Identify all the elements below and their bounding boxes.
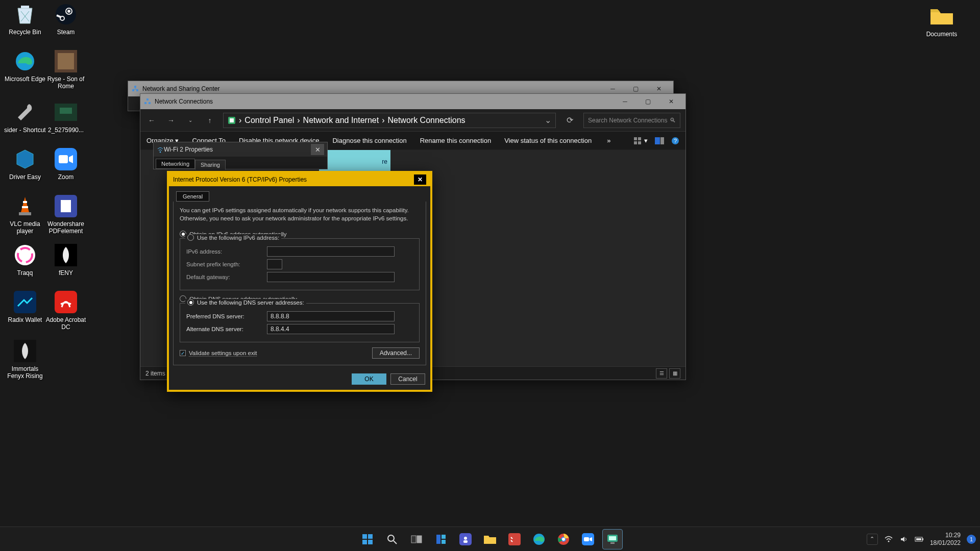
validate-checkbox[interactable]: ✓ Validate settings upon exit bbox=[180, 350, 257, 357]
diagnose-button[interactable]: Diagnose this connection bbox=[332, 137, 406, 144]
desktop-icon-immortals[interactable]: Immortals Fenyx Rising bbox=[2, 339, 48, 380]
help-button[interactable]: ? bbox=[671, 137, 679, 145]
close-button[interactable]: ✕ bbox=[659, 94, 682, 109]
ok-button[interactable]: OK bbox=[352, 373, 386, 385]
preferred-dns-input[interactable] bbox=[267, 311, 395, 321]
svg-rect-14 bbox=[19, 212, 31, 215]
breadcrumb-bar[interactable]: › Control Panel › Network and Internet ›… bbox=[223, 113, 556, 128]
start-button[interactable] bbox=[357, 529, 378, 549]
overflow-button[interactable]: » bbox=[607, 137, 610, 144]
titlebar[interactable]: Internet Protocol Version 6 (TCP/IPv6) P… bbox=[169, 173, 430, 186]
subnet-prefix-input[interactable] bbox=[267, 259, 282, 269]
desktop-icon-radix[interactable]: Radix Wallet bbox=[2, 290, 48, 323]
desktop-icon-ryse[interactable]: Ryse - Son of Rome bbox=[43, 49, 89, 90]
taskbar-app-teams[interactable] bbox=[455, 529, 476, 549]
svg-rect-7 bbox=[58, 53, 74, 69]
taskbar-app-edge[interactable] bbox=[529, 529, 549, 549]
default-gateway-input[interactable] bbox=[267, 272, 395, 282]
svg-rect-40 bbox=[362, 534, 367, 539]
advanced-button[interactable]: Advanced... bbox=[372, 347, 420, 359]
preview-pane-button[interactable] bbox=[655, 137, 664, 144]
taskbar-app-todoist[interactable] bbox=[504, 529, 525, 549]
wifi-tray-icon[interactable] bbox=[884, 535, 893, 544]
ipv6-address-input[interactable] bbox=[267, 246, 395, 257]
desktop-icon-pdfelement[interactable]: Wondershare PDFelement bbox=[43, 194, 89, 235]
minimize-button[interactable]: ─ bbox=[614, 94, 636, 109]
widgets-button[interactable] bbox=[431, 529, 451, 549]
desktop-icon-recycle-bin[interactable]: Recycle Bin bbox=[2, 2, 48, 36]
wrench-icon bbox=[13, 100, 37, 124]
svg-rect-32 bbox=[638, 137, 641, 140]
svg-rect-62 bbox=[609, 536, 616, 540]
radio-use-ip[interactable] bbox=[187, 234, 194, 241]
breadcrumb-item[interactable]: Control Panel bbox=[244, 116, 294, 125]
search-input[interactable]: Search Network Connections 🔍︎ bbox=[583, 113, 680, 128]
up-button[interactable]: ↑ bbox=[204, 114, 216, 127]
tab-bar: Networking Sharing bbox=[154, 157, 327, 169]
tab-general[interactable]: General bbox=[176, 191, 209, 202]
breadcrumb-item[interactable]: Network and Internet bbox=[303, 116, 379, 125]
svg-rect-16 bbox=[61, 200, 71, 212]
radio-label: Use the following IPv6 address: bbox=[197, 235, 279, 241]
tab-sharing[interactable]: Sharing bbox=[195, 160, 226, 170]
clock[interactable]: 10:29 18/01/2022 bbox=[930, 532, 961, 546]
titlebar[interactable]: Network Connections ─ ▢ ✕ bbox=[140, 94, 685, 109]
radio-use-dns[interactable] bbox=[187, 299, 194, 306]
chevron-down-icon[interactable]: ⌄ bbox=[545, 115, 551, 125]
titlebar[interactable]: Wi-Fi 2 Properties ✕ bbox=[154, 142, 327, 157]
dialog-ipv6-properties[interactable]: Internet Protocol Version 6 (TCP/IPv6) P… bbox=[167, 171, 432, 392]
desktop-icon-drivereasy[interactable]: Driver Easy bbox=[2, 147, 48, 181]
checkbox-icon: ✓ bbox=[180, 350, 186, 356]
maximize-button[interactable]: ▢ bbox=[636, 94, 659, 109]
desktop-icon-documents[interactable]: Documents bbox=[919, 4, 965, 38]
close-button[interactable]: ✕ bbox=[311, 144, 324, 155]
desktop-icon-label: Traqq bbox=[17, 269, 33, 277]
rename-button[interactable]: Rename this connection bbox=[420, 137, 491, 144]
refresh-button[interactable]: ⟳ bbox=[563, 114, 576, 127]
folder-icon bbox=[929, 4, 954, 29]
svg-rect-27 bbox=[149, 102, 151, 104]
window-wifi-properties[interactable]: Wi-Fi 2 Properties ✕ Networking Sharing bbox=[153, 142, 328, 169]
desktop-icon-edge[interactable]: Microsoft Edge bbox=[2, 49, 48, 83]
desktop-icon-vlc[interactable]: VLC media player bbox=[2, 194, 48, 235]
alternate-dns-input[interactable] bbox=[267, 324, 395, 334]
taskbar-app-zoom[interactable] bbox=[578, 529, 598, 549]
desktop-icon-zoom[interactable]: Zoom bbox=[43, 147, 89, 181]
system-tray: ⌃ 10:29 18/01/2022 1 bbox=[867, 532, 976, 546]
desktop-icon-label: Ryse - Son of Rome bbox=[43, 76, 88, 90]
view-options-button[interactable]: ▾ bbox=[634, 137, 648, 144]
taskbar-app-explorer[interactable] bbox=[480, 529, 500, 549]
breadcrumb-item[interactable]: Network Connections bbox=[387, 116, 465, 125]
taskbar-app-chrome[interactable] bbox=[553, 529, 574, 549]
radio-label: Use the following DNS server addresses: bbox=[197, 299, 304, 306]
svg-rect-43 bbox=[368, 540, 373, 544]
taskbar-app-control-panel[interactable] bbox=[602, 529, 623, 549]
close-button[interactable]: ✕ bbox=[414, 174, 426, 185]
cancel-button[interactable]: Cancel bbox=[390, 373, 425, 385]
tab-networking[interactable]: Networking bbox=[156, 159, 195, 169]
recent-dropdown[interactable]: ⌄ bbox=[184, 114, 197, 127]
chevron-right-icon: › bbox=[297, 116, 300, 125]
large-icons-view-button[interactable]: ▦ bbox=[669, 368, 680, 379]
desktop-icon-feny[interactable]: fENY bbox=[43, 243, 89, 277]
desktop-icon-label: Immortals Fenyx Rising bbox=[3, 365, 47, 380]
desktop-icon-sider[interactable]: sider - Shortcut bbox=[2, 100, 48, 134]
notification-badge[interactable]: 1 bbox=[967, 535, 976, 544]
battery-tray-icon[interactable] bbox=[915, 535, 924, 544]
preferred-dns-label: Preferred DNS server: bbox=[186, 313, 263, 319]
task-view-button[interactable] bbox=[406, 529, 427, 549]
search-placeholder: Search Network Connections bbox=[588, 117, 667, 124]
tray-overflow-button[interactable]: ⌃ bbox=[867, 534, 878, 545]
details-view-button[interactable]: ☰ bbox=[656, 368, 667, 379]
desktop-icon-2527[interactable]: 2_5275990... bbox=[43, 100, 89, 134]
taskbar[interactable]: ⌃ 10:29 18/01/2022 1 bbox=[0, 527, 980, 551]
desktop-icon-steam[interactable]: Steam bbox=[43, 2, 89, 36]
forward-button[interactable]: → bbox=[165, 114, 177, 127]
volume-tray-icon[interactable] bbox=[899, 535, 909, 544]
search-button[interactable] bbox=[382, 529, 402, 549]
pdfelement-icon bbox=[54, 194, 78, 218]
desktop-icon-acrobat[interactable]: Adobe Acrobat DC bbox=[43, 290, 89, 331]
view-status-button[interactable]: View status of this connection bbox=[504, 137, 592, 144]
desktop-icon-traqq[interactable]: Traqq bbox=[2, 243, 48, 277]
back-button[interactable]: ← bbox=[145, 114, 158, 127]
